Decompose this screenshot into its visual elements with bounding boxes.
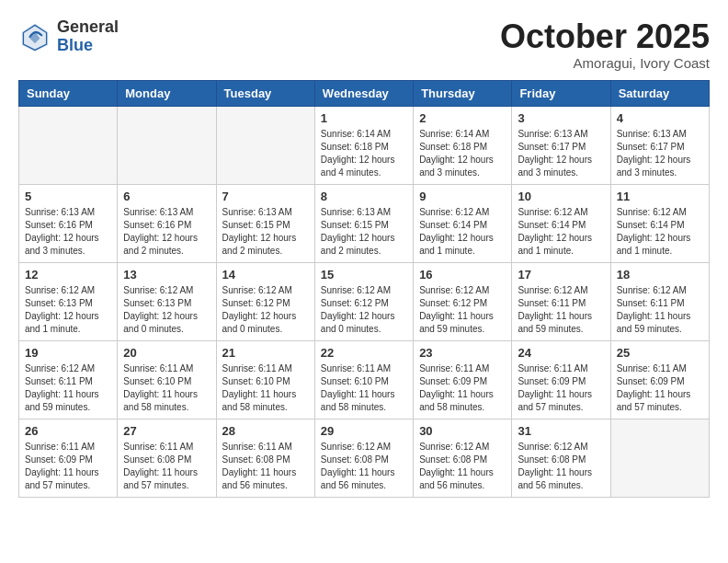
- calendar-cell: 7Sunrise: 6:13 AM Sunset: 6:15 PM Daylig…: [216, 184, 314, 262]
- week-row-4: 19Sunrise: 6:12 AM Sunset: 6:11 PM Dayli…: [19, 340, 710, 419]
- day-info: Sunrise: 6:12 AM Sunset: 6:08 PM Dayligh…: [518, 441, 604, 492]
- day-number: 20: [123, 346, 210, 360]
- calendar-cell: 14Sunrise: 6:12 AM Sunset: 6:12 PM Dayli…: [216, 262, 314, 340]
- day-info: Sunrise: 6:12 AM Sunset: 6:14 PM Dayligh…: [518, 206, 604, 258]
- calendar-cell: 11Sunrise: 6:12 AM Sunset: 6:14 PM Dayli…: [610, 184, 709, 262]
- weekday-header-wednesday: Wednesday: [314, 80, 413, 106]
- calendar-cell: [610, 419, 709, 497]
- calendar-table: SundayMondayTuesdayWednesdayThursdayFrid…: [18, 80, 710, 498]
- day-info: Sunrise: 6:12 AM Sunset: 6:13 PM Dayligh…: [25, 284, 111, 336]
- day-number: 16: [419, 268, 506, 282]
- calendar-cell: 5Sunrise: 6:13 AM Sunset: 6:16 PM Daylig…: [19, 184, 118, 262]
- day-number: 29: [321, 424, 407, 438]
- day-number: 19: [25, 346, 111, 360]
- day-info: Sunrise: 6:12 AM Sunset: 6:11 PM Dayligh…: [617, 284, 703, 336]
- day-info: Sunrise: 6:12 AM Sunset: 6:14 PM Dayligh…: [617, 206, 703, 258]
- week-row-1: 1Sunrise: 6:14 AM Sunset: 6:18 PM Daylig…: [19, 106, 710, 184]
- calendar-cell: 6Sunrise: 6:13 AM Sunset: 6:16 PM Daylig…: [118, 184, 216, 262]
- calendar-cell: 9Sunrise: 6:12 AM Sunset: 6:14 PM Daylig…: [414, 184, 512, 262]
- calendar-cell: 21Sunrise: 6:11 AM Sunset: 6:10 PM Dayli…: [216, 340, 314, 419]
- day-info: Sunrise: 6:12 AM Sunset: 6:12 PM Dayligh…: [321, 284, 407, 336]
- day-info: Sunrise: 6:11 AM Sunset: 6:08 PM Dayligh…: [222, 441, 309, 492]
- calendar-cell: 13Sunrise: 6:12 AM Sunset: 6:13 PM Dayli…: [118, 262, 216, 340]
- day-info: Sunrise: 6:13 AM Sunset: 6:16 PM Dayligh…: [123, 206, 210, 258]
- calendar-cell: 3Sunrise: 6:13 AM Sunset: 6:17 PM Daylig…: [512, 106, 610, 184]
- calendar-cell: 12Sunrise: 6:12 AM Sunset: 6:13 PM Dayli…: [19, 262, 118, 340]
- calendar-cell: [216, 106, 314, 184]
- day-number: 1: [321, 111, 407, 125]
- day-number: 4: [617, 111, 703, 125]
- week-row-2: 5Sunrise: 6:13 AM Sunset: 6:16 PM Daylig…: [19, 184, 710, 262]
- day-number: 21: [222, 346, 309, 360]
- day-info: Sunrise: 6:11 AM Sunset: 6:10 PM Dayligh…: [222, 362, 309, 414]
- week-row-3: 12Sunrise: 6:12 AM Sunset: 6:13 PM Dayli…: [19, 262, 710, 340]
- day-number: 3: [518, 111, 604, 125]
- calendar-cell: 2Sunrise: 6:14 AM Sunset: 6:18 PM Daylig…: [414, 106, 512, 184]
- calendar-cell: 20Sunrise: 6:11 AM Sunset: 6:10 PM Dayli…: [118, 340, 216, 419]
- calendar-cell: 1Sunrise: 6:14 AM Sunset: 6:18 PM Daylig…: [314, 106, 413, 184]
- calendar-cell: 19Sunrise: 6:12 AM Sunset: 6:11 PM Dayli…: [19, 340, 118, 419]
- day-info: Sunrise: 6:11 AM Sunset: 6:08 PM Dayligh…: [123, 441, 210, 492]
- calendar-cell: 25Sunrise: 6:11 AM Sunset: 6:09 PM Dayli…: [610, 340, 709, 419]
- calendar-cell: 18Sunrise: 6:12 AM Sunset: 6:11 PM Dayli…: [610, 262, 709, 340]
- weekday-header-row: SundayMondayTuesdayWednesdayThursdayFrid…: [19, 80, 710, 106]
- day-number: 11: [617, 190, 703, 203]
- day-info: Sunrise: 6:12 AM Sunset: 6:12 PM Dayligh…: [419, 284, 506, 336]
- weekday-header-sunday: Sunday: [19, 80, 118, 106]
- day-info: Sunrise: 6:13 AM Sunset: 6:17 PM Dayligh…: [617, 128, 703, 179]
- calendar-cell: 24Sunrise: 6:11 AM Sunset: 6:09 PM Dayli…: [512, 340, 610, 419]
- calendar-cell: [118, 106, 216, 184]
- calendar-cell: 4Sunrise: 6:13 AM Sunset: 6:17 PM Daylig…: [610, 106, 709, 184]
- month-title: October 2025: [500, 18, 710, 55]
- page-header: General Blue October 2025 Amoragui, Ivor…: [18, 18, 710, 71]
- logo-icon: [18, 20, 51, 53]
- day-info: Sunrise: 6:12 AM Sunset: 6:13 PM Dayligh…: [123, 284, 210, 336]
- day-number: 26: [25, 424, 111, 438]
- day-number: 30: [419, 424, 506, 438]
- calendar-cell: 8Sunrise: 6:13 AM Sunset: 6:15 PM Daylig…: [314, 184, 413, 262]
- title-area: October 2025 Amoragui, Ivory Coast: [500, 18, 710, 71]
- day-info: Sunrise: 6:12 AM Sunset: 6:14 PM Dayligh…: [419, 206, 506, 258]
- day-info: Sunrise: 6:11 AM Sunset: 6:09 PM Dayligh…: [419, 362, 506, 414]
- calendar-cell: 15Sunrise: 6:12 AM Sunset: 6:12 PM Dayli…: [314, 262, 413, 340]
- calendar-cell: [19, 106, 118, 184]
- day-number: 22: [321, 346, 407, 360]
- day-info: Sunrise: 6:12 AM Sunset: 6:12 PM Dayligh…: [222, 284, 309, 336]
- day-number: 5: [25, 190, 111, 203]
- day-number: 8: [321, 190, 407, 203]
- day-number: 2: [419, 111, 506, 125]
- day-number: 23: [419, 346, 506, 360]
- logo-blue-text: Blue: [57, 37, 119, 55]
- calendar-cell: 27Sunrise: 6:11 AM Sunset: 6:08 PM Dayli…: [118, 419, 216, 497]
- day-number: 7: [222, 190, 309, 203]
- day-number: 17: [518, 268, 604, 282]
- calendar-cell: 26Sunrise: 6:11 AM Sunset: 6:09 PM Dayli…: [19, 419, 118, 497]
- day-number: 15: [321, 268, 407, 282]
- day-number: 31: [518, 424, 604, 438]
- day-number: 25: [617, 346, 703, 360]
- weekday-header-thursday: Thursday: [414, 80, 512, 106]
- day-info: Sunrise: 6:13 AM Sunset: 6:16 PM Dayligh…: [25, 206, 111, 258]
- day-number: 13: [123, 268, 210, 282]
- calendar-cell: 16Sunrise: 6:12 AM Sunset: 6:12 PM Dayli…: [414, 262, 512, 340]
- calendar-cell: 30Sunrise: 6:12 AM Sunset: 6:08 PM Dayli…: [414, 419, 512, 497]
- weekday-header-friday: Friday: [512, 80, 610, 106]
- calendar-cell: 17Sunrise: 6:12 AM Sunset: 6:11 PM Dayli…: [512, 262, 610, 340]
- calendar-cell: 23Sunrise: 6:11 AM Sunset: 6:09 PM Dayli…: [414, 340, 512, 419]
- day-info: Sunrise: 6:11 AM Sunset: 6:09 PM Dayligh…: [518, 362, 604, 414]
- day-info: Sunrise: 6:13 AM Sunset: 6:17 PM Dayligh…: [518, 128, 604, 179]
- weekday-header-saturday: Saturday: [610, 80, 709, 106]
- day-info: Sunrise: 6:12 AM Sunset: 6:08 PM Dayligh…: [321, 441, 407, 492]
- day-number: 18: [617, 268, 703, 282]
- weekday-header-tuesday: Tuesday: [216, 80, 314, 106]
- logo: General Blue: [18, 18, 119, 55]
- day-number: 9: [419, 190, 506, 203]
- weekday-header-monday: Monday: [118, 80, 216, 106]
- day-info: Sunrise: 6:14 AM Sunset: 6:18 PM Dayligh…: [321, 128, 407, 179]
- day-number: 10: [518, 190, 604, 203]
- day-number: 6: [123, 190, 210, 203]
- week-row-5: 26Sunrise: 6:11 AM Sunset: 6:09 PM Dayli…: [19, 419, 710, 497]
- day-info: Sunrise: 6:11 AM Sunset: 6:09 PM Dayligh…: [617, 362, 703, 414]
- calendar-cell: 29Sunrise: 6:12 AM Sunset: 6:08 PM Dayli…: [314, 419, 413, 497]
- day-info: Sunrise: 6:14 AM Sunset: 6:18 PM Dayligh…: [419, 128, 506, 179]
